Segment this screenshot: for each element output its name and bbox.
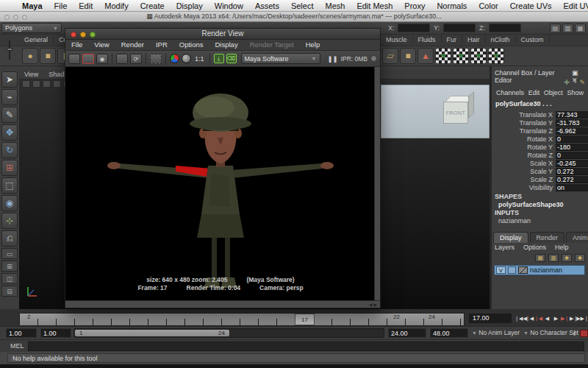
- layout-split-pane-button[interactable]: ⊟: [1, 286, 18, 297]
- record-icon[interactable]: [580, 330, 588, 337]
- lasso-select-tool-icon[interactable]: ⌁: [1, 89, 18, 105]
- menu-color[interactable]: Color: [473, 1, 503, 10]
- attr-value-field[interactable]: 77.343: [556, 111, 588, 118]
- time-slider[interactable]: 2 22 24 17: [19, 313, 465, 326]
- pause-ipr-icon[interactable]: ❚❚: [327, 55, 337, 63]
- anim-layer-dropdown[interactable]: ▼ No Anim Layer: [472, 329, 520, 336]
- help-menu[interactable]: Help: [555, 244, 569, 251]
- redo-previous-render-icon[interactable]: [68, 54, 80, 64]
- soft-modification-tool-icon[interactable]: ◉: [1, 195, 18, 211]
- scroll-right-icon[interactable]: ▶: [373, 302, 377, 307]
- play-forwards-button[interactable]: ▶: [552, 313, 560, 324]
- animation-end-field[interactable]: 48.00: [430, 328, 468, 338]
- shelf-tab-general[interactable]: General: [19, 35, 54, 43]
- refresh-ipr-icon[interactable]: ⟳: [130, 54, 142, 64]
- checker-shader-shelf-icon[interactable]: ✦: [488, 48, 504, 64]
- renderer-dropdown[interactable]: Maya Software ▼: [241, 53, 320, 64]
- film-gate-icon[interactable]: [43, 80, 51, 88]
- menu-file[interactable]: File: [49, 1, 74, 10]
- render-view-titlebar[interactable]: Render View: [65, 29, 380, 40]
- display-rgb-channels-icon[interactable]: [170, 54, 179, 63]
- toggle-channel-box-icon[interactable]: ▦: [575, 24, 586, 33]
- mac-window-titlebar[interactable]: ▦ Autodesk Maya 2013 x64: /Users/mac/Des…: [0, 12, 588, 22]
- scroll-left-icon[interactable]: ◀: [369, 302, 373, 307]
- menu-display[interactable]: Display: [171, 1, 209, 10]
- render-view-window[interactable]: Render View File View Render IPR Options…: [65, 28, 381, 308]
- attr-value-field[interactable]: -180: [556, 144, 588, 151]
- rv-menu-view[interactable]: View: [88, 40, 115, 50]
- poly-plane-shelf-icon[interactable]: ▱: [382, 48, 398, 64]
- panel-menu-view[interactable]: View: [19, 70, 43, 79]
- menu-normals[interactable]: Normals: [431, 1, 473, 10]
- horizontal-scrollbar[interactable]: ◀ ▶: [65, 300, 380, 308]
- options-menu[interactable]: Options: [523, 244, 546, 251]
- ipr-render-icon[interactable]: [116, 54, 128, 64]
- move-tool-icon[interactable]: ✥: [1, 124, 18, 141]
- attr-value-field[interactable]: 0.272: [556, 168, 588, 175]
- go-to-end-button[interactable]: ▶▶❘: [578, 313, 587, 324]
- rotate-tool-icon[interactable]: ↻: [1, 142, 18, 158]
- layer-color-swatch[interactable]: [518, 266, 528, 274]
- shelf-tab-hair[interactable]: Hair: [462, 35, 486, 43]
- menu-assets[interactable]: Assets: [249, 1, 285, 10]
- step-forward-key-button[interactable]: ▶❘: [561, 313, 569, 324]
- rv-menu-help[interactable]: Help: [300, 40, 326, 50]
- playback-end-field[interactable]: 24.00: [388, 328, 426, 338]
- attr-value-field[interactable]: -6.962: [556, 127, 588, 135]
- slider-handle[interactable]: [7, 48, 12, 51]
- snapshot-icon[interactable]: ◉: [96, 54, 108, 64]
- viewcube-side-face[interactable]: [468, 91, 474, 118]
- select-tool-icon[interactable]: ➤: [1, 71, 18, 88]
- rv-menu-display[interactable]: Display: [209, 40, 244, 50]
- current-frame-field[interactable]: 17.00: [468, 313, 512, 324]
- layer-visibility-toggle[interactable]: V: [496, 266, 506, 274]
- range-slider-track[interactable]: 1 24: [74, 328, 384, 338]
- display-alpha-channel-icon[interactable]: [182, 54, 191, 63]
- menu-proxy[interactable]: Proxy: [398, 1, 431, 10]
- shape-node-name[interactable]: polySurfaceShape30: [498, 201, 564, 208]
- menu-create-uvs[interactable]: Create UVs: [504, 1, 558, 10]
- spotlight-shelf-icon[interactable]: ▲: [417, 48, 434, 64]
- render-current-frame-icon[interactable]: [82, 54, 94, 64]
- checker-cone-shelf-icon[interactable]: ✦: [453, 48, 469, 64]
- paint-select-tool-icon[interactable]: ✎: [1, 107, 18, 123]
- play-backwards-button[interactable]: ◀: [543, 313, 551, 324]
- axis-icon[interactable]: ✛: [564, 79, 570, 86]
- remove-image-icon[interactable]: ⌫: [226, 54, 237, 63]
- shelf-tab-fur[interactable]: Fur: [442, 35, 463, 43]
- attr-value-field[interactable]: -0.245: [556, 160, 588, 167]
- coord-x-input[interactable]: [398, 24, 430, 32]
- menu-maya[interactable]: Maya: [16, 1, 49, 10]
- playhead[interactable]: 17: [295, 314, 315, 325]
- checker-sphere-shelf-icon[interactable]: ✦: [435, 48, 451, 64]
- cb-menu-show[interactable]: Show: [567, 89, 584, 96]
- coord-y-input[interactable]: [443, 24, 476, 32]
- step-back-key-button[interactable]: ❘◀: [534, 313, 542, 324]
- input-node-name[interactable]: nazianman: [498, 217, 531, 224]
- playback-start-field[interactable]: 1.00: [40, 328, 71, 338]
- layout-four-pane-button[interactable]: ⊞: [1, 261, 18, 272]
- attr-value-field[interactable]: 0: [556, 152, 588, 159]
- shelf-tab-fluids[interactable]: Fluids: [413, 35, 442, 43]
- mel-command-input[interactable]: [28, 342, 584, 351]
- render-region-icon[interactable]: [150, 54, 162, 64]
- menu-modify[interactable]: Modify: [98, 1, 134, 10]
- move-layer-down-icon[interactable]: ▥: [548, 254, 559, 262]
- checker-torus-shelf-icon[interactable]: ✦: [470, 48, 487, 64]
- rendered-image-canvas[interactable]: size: 640 x 480 zoom: 2.405 (Maya Softwa…: [65, 67, 376, 302]
- animation-start-field[interactable]: 1.00: [6, 328, 37, 338]
- view-cube[interactable]: FRONT: [443, 96, 473, 125]
- vertical-scrollbar[interactable]: [374, 67, 380, 302]
- attr-value-field[interactable]: 0.272: [556, 176, 588, 183]
- rv-menu-file[interactable]: File: [65, 40, 88, 50]
- speed-state-icon[interactable]: ◔: [573, 79, 576, 86]
- camera-select-icon[interactable]: [22, 80, 30, 88]
- real-size-icon[interactable]: 1:1: [193, 55, 206, 63]
- layout-single-pane-button[interactable]: ▭: [1, 248, 18, 259]
- rv-menu-ipr[interactable]: IPR: [150, 40, 173, 50]
- menu-window[interactable]: Window: [209, 1, 249, 10]
- selected-object-name[interactable]: polySurface30 . . .: [495, 100, 552, 107]
- go-to-start-button[interactable]: ❘◀◀: [517, 313, 525, 324]
- show-manipulator-tool-icon[interactable]: ⊹: [1, 213, 18, 229]
- universal-manipulator-tool-icon[interactable]: ⬚: [1, 177, 18, 194]
